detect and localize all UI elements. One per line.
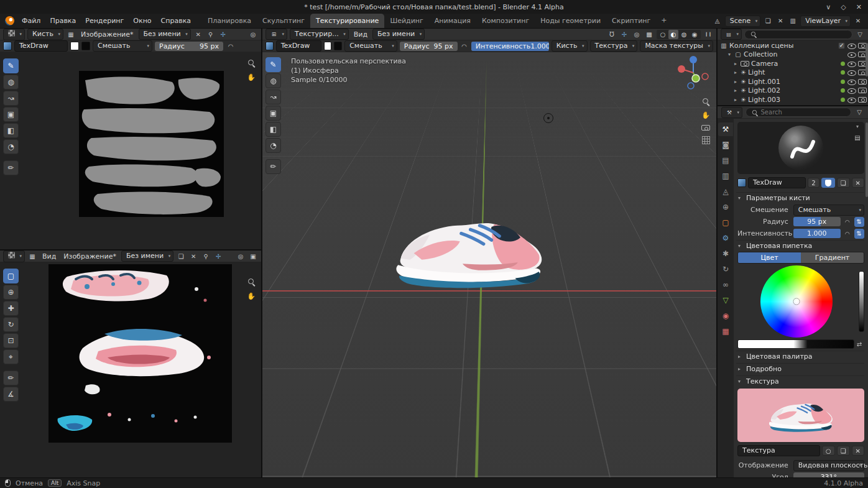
menu-file[interactable]: Файл <box>17 15 45 27</box>
tool-smear[interactable]: ↝ <box>3 91 19 106</box>
zoom-icon[interactable] <box>701 97 710 106</box>
light-row[interactable]: ▸ ☀ Light.002 <box>732 86 867 96</box>
texture-mask-popover[interactable]: Маска текстуры <box>640 40 713 52</box>
tool-fill[interactable]: ◧ <box>265 122 281 137</box>
section-advanced[interactable]: ▸ Подробно <box>736 363 864 374</box>
tab-scene[interactable]: ◬ <box>718 185 733 198</box>
pan-hand-icon[interactable]: ✋ <box>247 73 256 81</box>
tool-annotate[interactable]: ✏ <box>3 160 19 175</box>
tab-object[interactable]: ▢ <box>718 216 733 229</box>
gizmo-toggle-icon[interactable]: ✢ <box>619 29 629 39</box>
tool-scale[interactable]: ⊡ <box>3 333 19 348</box>
overlays-icon[interactable]: ◎ <box>248 29 258 39</box>
hide-eye-icon[interactable] <box>847 96 856 104</box>
shading-wireframe[interactable]: ○ <box>658 30 668 39</box>
outliner-scrollbar[interactable] <box>866 43 868 76</box>
view-menu[interactable]: Вид <box>351 30 370 39</box>
menu-window[interactable]: Окно <box>129 15 155 27</box>
add-workspace-button[interactable]: + <box>656 14 672 28</box>
unlink-image-icon[interactable]: ✕ <box>188 251 198 261</box>
shading-solid[interactable]: ◐ <box>668 30 678 39</box>
tab-tool[interactable]: ⚒ <box>718 122 733 136</box>
tab-sculpting[interactable]: Скульптинг <box>257 14 310 28</box>
sneaker-model[interactable] <box>384 206 555 293</box>
tab-modifiers[interactable]: ⚙ <box>718 231 733 245</box>
primary-secondary-colors[interactable] <box>737 339 854 349</box>
outliner-search[interactable] <box>744 30 852 39</box>
brush-preview[interactable]: ▾ ▤ <box>737 122 864 174</box>
fake-user-button[interactable] <box>821 178 835 188</box>
properties-scrollbar[interactable] <box>866 122 868 197</box>
image-slot-selector[interactable]: Без имени <box>121 251 173 262</box>
xray-toggle-icon[interactable]: ▩ <box>644 29 654 39</box>
gizmo-toggle-icon[interactable]: ✢ <box>218 29 228 39</box>
pan-hand-icon[interactable]: ✋ <box>701 111 710 119</box>
scene-new-icon[interactable]: ❏ <box>763 16 773 26</box>
editor-type-selector[interactable]: ⊞ <box>265 29 287 40</box>
hide-eye-icon[interactable] <box>847 86 856 94</box>
scene-collection-row[interactable]: ▥ Коллекции сцены ✓ <box>720 41 867 50</box>
browse-texture-button[interactable]: ○ <box>822 446 835 456</box>
pressure-toggle-icon[interactable]: ◠ <box>226 41 236 51</box>
tab-render[interactable]: ◙ <box>718 138 733 152</box>
tool-soften[interactable]: ◍ <box>3 75 19 90</box>
disable-render-icon[interactable] <box>858 88 867 93</box>
blend-mode-dropdown[interactable]: Смешать <box>344 40 397 52</box>
brush-name-field[interactable]: TexDraw <box>14 40 68 52</box>
view-menu[interactable]: Вид <box>40 252 58 261</box>
hide-eye-icon[interactable] <box>847 60 856 68</box>
tool-mask[interactable]: ◔ <box>3 139 19 154</box>
tool-smear[interactable]: ↝ <box>265 90 281 104</box>
image-editor-paint-canvas[interactable]: ✎ ◍ ↝ ▣ ◧ ◔ ✏ ✋ <box>0 52 261 249</box>
shading-rendered[interactable]: ◉ <box>690 30 699 39</box>
viewlayer-unlink-icon[interactable]: ✕ <box>853 16 863 26</box>
viewport-canvas[interactable]: Пользовательская перспектива (1) Икосфер… <box>262 52 716 477</box>
zoom-icon[interactable] <box>247 277 256 286</box>
editor-type-selector[interactable] <box>3 251 25 262</box>
tool-annotate[interactable]: ✏ <box>265 159 281 174</box>
section-texture[interactable]: ▾ Текстура <box>736 375 864 387</box>
menu-edit[interactable]: Правка <box>45 15 80 27</box>
outliner-search-input[interactable] <box>760 31 847 38</box>
image-menu[interactable]: Изображение* <box>78 30 136 39</box>
tool-rotate[interactable]: ↻ <box>3 317 19 332</box>
snap-magnet-icon[interactable]: Ω <box>607 29 617 39</box>
blender-logo-icon[interactable] <box>5 16 14 25</box>
light-object-gizmo[interactable] <box>543 113 553 123</box>
tab-constraints[interactable]: ∞ <box>718 278 733 292</box>
navigation-gizmo[interactable] <box>674 53 713 92</box>
unified-radius-toggle[interactable]: ⇅ <box>854 217 864 227</box>
texture-name-field[interactable]: Текстура <box>737 445 820 456</box>
tool-mask[interactable]: ◔ <box>265 138 281 153</box>
radius-slider[interactable]: 95 px <box>793 217 841 226</box>
tab-shading[interactable]: Шейдинг <box>384 14 428 28</box>
tab-material[interactable]: ◉ <box>718 309 733 323</box>
tool-soften[interactable]: ◍ <box>265 73 281 88</box>
image-editor-view-canvas[interactable]: ▢ ⊕ ✚ ↻ ⊡ ⌖ ✏ ∡ ✋ <box>0 262 261 477</box>
tab-texture[interactable]: ▦ <box>718 325 733 338</box>
pause-preview-button[interactable]: ❙❙ <box>703 29 713 39</box>
tool-annotate[interactable]: ✏ <box>3 371 19 385</box>
blend-dropdown[interactable]: Смешать <box>793 205 864 216</box>
tab-particles[interactable]: ✱ <box>718 247 733 260</box>
texture-slot-selector[interactable]: Без имени <box>372 29 425 40</box>
region-toggle-icon[interactable]: ▣ <box>248 251 258 261</box>
radius-slider[interactable]: Радиус95 px <box>400 42 458 51</box>
texture-preview[interactable] <box>737 389 864 442</box>
tool-move[interactable]: ✚ <box>3 301 19 316</box>
unlink-image-icon[interactable]: ✕ <box>193 29 203 39</box>
menu-help[interactable]: Справка <box>157 15 195 27</box>
swap-colors-icon[interactable]: ⇄ <box>854 339 864 349</box>
duplicate-image-icon[interactable]: ❏ <box>176 251 186 261</box>
collection-row[interactable]: ▾ ▢ Collection <box>726 50 867 60</box>
disable-render-icon[interactable] <box>858 97 867 103</box>
angle-slider[interactable]: 331° <box>793 472 864 477</box>
secondary-color-swatch[interactable] <box>334 42 342 50</box>
viewlayer-selector[interactable]: ViewLayer <box>800 16 851 27</box>
duplicate-texture-button[interactable]: ❏ <box>837 446 850 456</box>
preview-dropdown-icon[interactable]: ▾ <box>854 124 861 129</box>
unlink-texture-button[interactable]: ✕ <box>852 446 864 456</box>
tab-color[interactable]: Цвет <box>738 252 801 263</box>
tool-measure[interactable]: ∡ <box>3 387 19 402</box>
tab-animation[interactable]: Анимация <box>429 14 476 28</box>
